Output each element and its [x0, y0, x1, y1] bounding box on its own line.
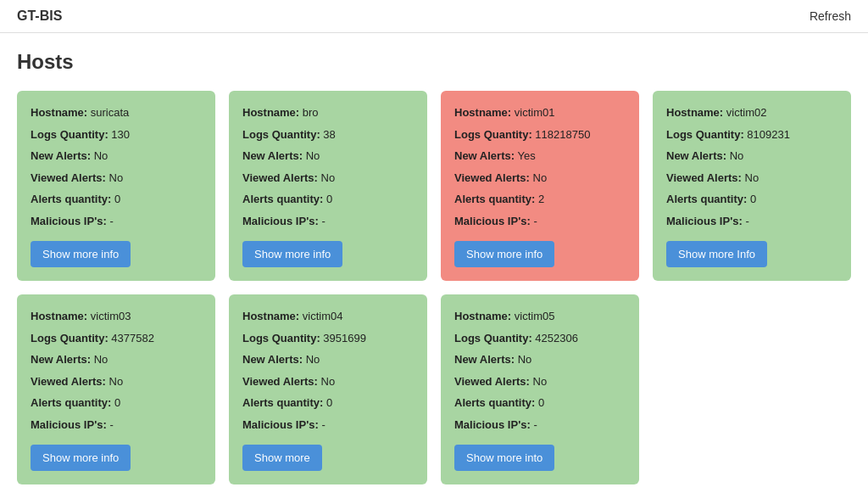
- victim01-malicious-ips: Malicious IP's: -: [454, 213, 626, 230]
- show-more-btn-victim01[interactable]: Show more info: [454, 241, 554, 267]
- victim01-logs-quantity: Logs Quantity: 118218750: [454, 126, 626, 143]
- suricata-alerts-quantity: Alerts quantity: 0: [31, 191, 202, 208]
- bro-alerts-quantity: Alerts quantity: 0: [242, 191, 414, 208]
- host-card-victim02: Hostname: victim02Logs Quantity: 8109231…: [653, 91, 851, 281]
- suricata-viewed-alerts: Viewed Alerts: No: [31, 170, 202, 187]
- suricata-hostname: Hostname: suricata: [31, 104, 202, 121]
- victim02-malicious-ips: Malicious IP's: -: [666, 213, 837, 230]
- victim03-alerts-quantity: Alerts quantity: 0: [31, 395, 202, 412]
- victim01-alerts-quantity: Alerts quantity: 2: [454, 191, 626, 208]
- bro-logs-quantity: Logs Quantity: 38: [242, 126, 414, 143]
- victim04-new-alerts: New Alerts: No: [242, 351, 414, 368]
- victim04-logs-quantity: Logs Quantity: 3951699: [242, 330, 414, 347]
- host-card-victim04: Hostname: victim04Logs Quantity: 3951699…: [229, 294, 427, 484]
- show-more-btn-suricata[interactable]: Show more info: [31, 241, 131, 267]
- show-more-btn-bro[interactable]: Show more info: [242, 241, 342, 267]
- navbar: GT-BIS Refresh: [0, 0, 868, 33]
- page-content: Hosts Hostname: suricataLogs Quantity: 1…: [0, 33, 868, 501]
- victim01-new-alerts: New Alerts: Yes: [454, 148, 626, 165]
- hosts-grid: Hostname: suricataLogs Quantity: 130New …: [17, 91, 851, 484]
- host-card-bro: Hostname: broLogs Quantity: 38New Alerts…: [229, 91, 427, 281]
- victim01-viewed-alerts: Viewed Alerts: No: [454, 170, 626, 187]
- victim02-hostname: Hostname: victim02: [666, 104, 837, 121]
- bro-hostname: Hostname: bro: [242, 104, 414, 121]
- victim01-hostname: Hostname: victim01: [454, 104, 626, 121]
- victim04-alerts-quantity: Alerts quantity: 0: [242, 395, 414, 412]
- victim05-alerts-quantity: Alerts quantity: 0: [454, 395, 626, 412]
- suricata-new-alerts: New Alerts: No: [31, 148, 202, 165]
- suricata-logs-quantity: Logs Quantity: 130: [31, 126, 202, 143]
- victim03-hostname: Hostname: victim03: [31, 308, 202, 325]
- bro-viewed-alerts: Viewed Alerts: No: [242, 170, 414, 187]
- victim05-hostname: Hostname: victim05: [454, 308, 626, 325]
- show-more-btn-victim04[interactable]: Show more: [242, 445, 322, 471]
- show-more-btn-victim03[interactable]: Show more info: [31, 445, 131, 471]
- bro-new-alerts: New Alerts: No: [242, 148, 414, 165]
- victim04-malicious-ips: Malicious IP's: -: [242, 417, 414, 434]
- victim03-viewed-alerts: Viewed Alerts: No: [31, 373, 202, 390]
- victim03-new-alerts: New Alerts: No: [31, 351, 202, 368]
- victim02-viewed-alerts: Viewed Alerts: No: [666, 170, 837, 187]
- host-card-suricata: Hostname: suricataLogs Quantity: 130New …: [17, 91, 215, 281]
- host-card-victim01: Hostname: victim01Logs Quantity: 1182187…: [441, 91, 639, 281]
- victim04-viewed-alerts: Viewed Alerts: No: [242, 373, 414, 390]
- victim02-new-alerts: New Alerts: No: [666, 148, 837, 165]
- show-more-btn-victim02[interactable]: Show more Info: [666, 241, 767, 267]
- victim04-hostname: Hostname: victim04: [242, 308, 414, 325]
- victim02-alerts-quantity: Alerts quantity: 0: [666, 191, 837, 208]
- suricata-malicious-ips: Malicious IP's: -: [31, 213, 202, 230]
- victim03-logs-quantity: Logs Quantity: 4377582: [31, 330, 202, 347]
- victim03-malicious-ips: Malicious IP's: -: [31, 417, 202, 434]
- victim05-new-alerts: New Alerts: No: [454, 351, 626, 368]
- show-more-btn-victim05[interactable]: Show more into: [454, 445, 554, 471]
- app-brand: GT-BIS: [17, 8, 62, 24]
- refresh-button[interactable]: Refresh: [810, 9, 851, 23]
- host-card-victim03: Hostname: victim03Logs Quantity: 4377582…: [17, 294, 215, 484]
- victim05-malicious-ips: Malicious IP's: -: [454, 417, 626, 434]
- victim05-logs-quantity: Logs Quantity: 4252306: [454, 330, 626, 347]
- bro-malicious-ips: Malicious IP's: -: [242, 213, 414, 230]
- victim05-viewed-alerts: Viewed Alerts: No: [454, 373, 626, 390]
- victim02-logs-quantity: Logs Quantity: 8109231: [666, 126, 837, 143]
- host-card-victim05: Hostname: victim05Logs Quantity: 4252306…: [441, 294, 639, 484]
- page-title: Hosts: [17, 50, 851, 74]
